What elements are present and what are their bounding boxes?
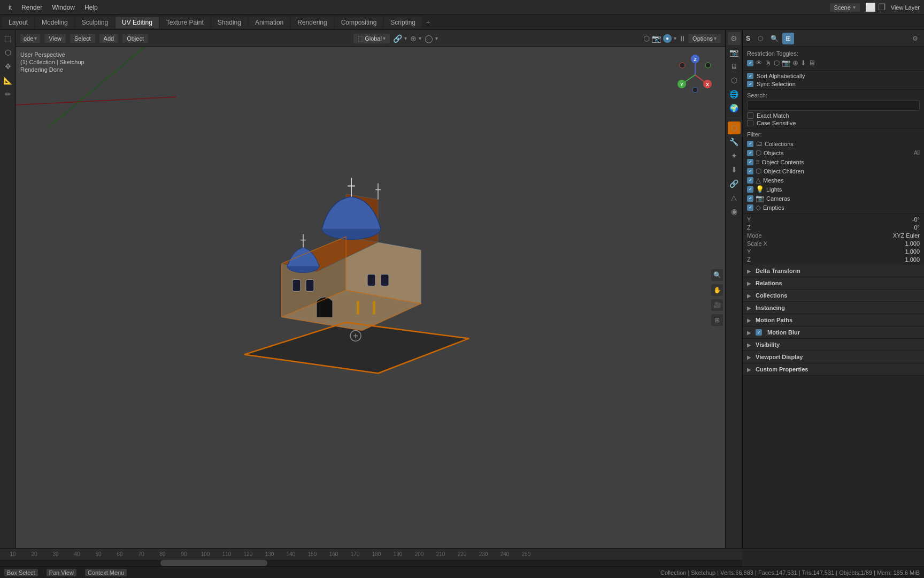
case-sensitive-checkbox[interactable] xyxy=(747,120,753,126)
menu-it[interactable]: it xyxy=(4,3,16,12)
properties-material-icon[interactable]: ◉ xyxy=(728,205,741,218)
instancing-header[interactable]: ▶ Instancing xyxy=(743,302,924,314)
menu-help[interactable]: Help xyxy=(80,3,102,12)
properties-world-icon[interactable]: 🌍 xyxy=(728,102,741,115)
viewport-camera-icon[interactable]: 📷 xyxy=(652,34,661,43)
sidebar-layout-icon[interactable]: ⬚ xyxy=(2,32,14,45)
proportional-dropdown-icon[interactable]: ▾ xyxy=(435,35,438,41)
custom-props-header[interactable]: ▶ Custom Properties xyxy=(743,363,924,375)
outliner-settings-btn[interactable]: ⚙ xyxy=(909,33,921,44)
properties-render-icon[interactable]: 📷 xyxy=(728,46,741,59)
indirect-only-icon[interactable]: ⬇ xyxy=(800,59,806,67)
options-dropdown[interactable]: Options ▾ xyxy=(688,34,721,43)
tab-uv-editing[interactable]: UV Editing xyxy=(116,17,159,28)
holdout-icon[interactable]: ⊕ xyxy=(792,59,798,67)
outliner-display-btn[interactable]: ⊞ xyxy=(782,33,794,44)
properties-physics-icon[interactable]: ⬇ xyxy=(728,163,741,176)
filter-objects-check[interactable]: ✓ xyxy=(747,150,753,156)
sidebar-tool-icon[interactable]: ✥ xyxy=(2,60,14,73)
properties-object-data-icon[interactable]: △ xyxy=(728,191,741,204)
grid-view-icon[interactable]: ⊞ xyxy=(711,314,723,326)
expand-icon[interactable]: ⬜ xyxy=(865,2,876,12)
exact-match-checkbox[interactable] xyxy=(747,112,753,119)
properties-constraints-icon[interactable]: 🔗 xyxy=(728,177,741,190)
tab-compositing[interactable]: Compositing xyxy=(335,17,383,28)
select-menu[interactable]: Select xyxy=(70,34,95,43)
viewport-pause-icon[interactable]: ⏸ xyxy=(679,34,686,43)
zoom-in-icon[interactable]: 🔍 xyxy=(711,269,723,281)
magnet-icon[interactable]: 🔗 xyxy=(393,34,402,43)
sidebar-measure-icon[interactable]: 📐 xyxy=(2,74,14,87)
tab-scripting[interactable]: Scripting xyxy=(384,17,422,28)
view-menu[interactable]: View xyxy=(44,34,66,43)
relations-header[interactable]: ▶ Relations xyxy=(743,277,924,289)
context-menu-label[interactable]: Context Menu xyxy=(85,569,127,576)
filter-meshes-check[interactable]: ✓ xyxy=(747,177,753,184)
viewport-display-header[interactable]: ▶ Viewport Display xyxy=(743,351,924,363)
hide-viewport-icon[interactable]: ⬡ xyxy=(774,59,780,67)
proportional-icon[interactable]: ◯ xyxy=(425,34,433,43)
viewport-color-dropdown-icon[interactable]: ▾ xyxy=(674,35,676,41)
tab-modeling[interactable]: Modeling xyxy=(35,17,74,28)
horizontal-scrollbar[interactable] xyxy=(0,560,742,566)
hand-icon[interactable]: ✋ xyxy=(711,284,723,296)
properties-output-icon[interactable]: 🖥 xyxy=(728,60,741,73)
viewport-3d[interactable]: User Perspective (1) Collection | Sketch… xyxy=(16,47,725,548)
box-select-label[interactable]: Box Select xyxy=(4,569,38,576)
menu-render[interactable]: Render xyxy=(17,3,47,12)
filter-collections-check[interactable]: ✓ xyxy=(747,141,753,147)
filter-cameras-check[interactable]: ✓ xyxy=(747,195,753,202)
snap-dropdown-icon[interactable]: ▾ xyxy=(404,35,407,41)
viewport-color-icon[interactable]: ● xyxy=(663,34,672,43)
scrollbar-thumb[interactable] xyxy=(160,560,267,566)
mode-selector[interactable]: ode ▾ xyxy=(20,34,40,43)
viewport-display-icon[interactable]: 🖥 xyxy=(808,59,815,67)
sidebar-annotate-icon[interactable]: ✏ xyxy=(2,88,14,101)
motion-paths-header[interactable]: ▶ Motion Paths xyxy=(743,314,924,326)
search-input[interactable] xyxy=(751,102,916,109)
collections-prop-header[interactable]: ▶ Collections xyxy=(743,290,924,301)
add-workspace-button[interactable]: + xyxy=(423,18,433,27)
sidebar-snap-icon[interactable]: ⬡ xyxy=(2,46,14,59)
select-restrict-icon[interactable]: 🖱 xyxy=(765,59,772,67)
properties-scene-icon[interactable]: 🌐 xyxy=(728,88,741,101)
motion-blur-header[interactable]: ▶ ✓ Motion Blur xyxy=(743,326,924,338)
viewport-shading-icon[interactable]: ⬡ xyxy=(643,34,650,43)
add-menu[interactable]: Add xyxy=(99,34,119,43)
tab-animation[interactable]: Animation xyxy=(249,17,290,28)
scene-selector[interactable]: Scene ▾ xyxy=(830,3,860,12)
sort-alpha-checkbox[interactable]: ✓ xyxy=(747,73,753,79)
pivot-dropdown-icon[interactable]: ▾ xyxy=(419,35,421,41)
filter-obj-contents-check[interactable]: ✓ xyxy=(747,159,753,165)
object-menu[interactable]: Object xyxy=(122,34,148,43)
filter-empties-check[interactable]: ✓ xyxy=(747,204,753,211)
properties-object-icon[interactable]: ⬡ xyxy=(728,121,741,134)
camera-view-icon[interactable]: 🎥 xyxy=(711,299,723,311)
motion-blur-checkbox[interactable]: ✓ xyxy=(756,329,762,336)
tab-layout[interactable]: Layout xyxy=(2,17,34,28)
tab-shading[interactable]: Shading xyxy=(211,17,248,28)
properties-modifier-icon[interactable]: 🔧 xyxy=(728,135,741,148)
global-selector[interactable]: ⬚ Global ▾ xyxy=(353,34,390,43)
properties-view-layer-icon[interactable]: ⬡ xyxy=(728,74,741,87)
tab-sculpting[interactable]: Sculpting xyxy=(75,17,114,28)
properties-tool-icon[interactable]: ⚙ xyxy=(728,32,741,45)
navigation-gizmo[interactable]: Z X Y xyxy=(674,54,717,96)
search-input-wrapper[interactable] xyxy=(747,100,920,111)
tab-texture-paint[interactable]: Texture Paint xyxy=(160,17,210,28)
filter-obj-children-check[interactable]: ✓ xyxy=(747,168,753,174)
visibility-icon[interactable]: 👁 xyxy=(756,59,763,67)
menu-window[interactable]: Window xyxy=(48,3,79,12)
delta-transform-header[interactable]: ▶ Delta Transform xyxy=(743,265,924,277)
filter-lights-check[interactable]: ✓ xyxy=(747,186,753,193)
disable-render-icon[interactable]: 📷 xyxy=(782,59,790,67)
properties-particles-icon[interactable]: ✦ xyxy=(728,149,741,162)
pan-view-label[interactable]: Pan View xyxy=(47,569,76,576)
tab-rendering[interactable]: Rendering xyxy=(291,17,333,28)
visibility-header[interactable]: ▶ Visibility xyxy=(743,339,924,351)
pivot-icon[interactable]: ⊕ xyxy=(410,34,417,43)
sync-selection-checkbox[interactable]: ✓ xyxy=(747,81,753,87)
outliner-filter-btn[interactable]: 🔍 xyxy=(768,33,780,44)
outliner-view-btn[interactable]: ⬡ xyxy=(754,33,766,44)
collapse-icon[interactable]: ❐ xyxy=(878,2,886,12)
